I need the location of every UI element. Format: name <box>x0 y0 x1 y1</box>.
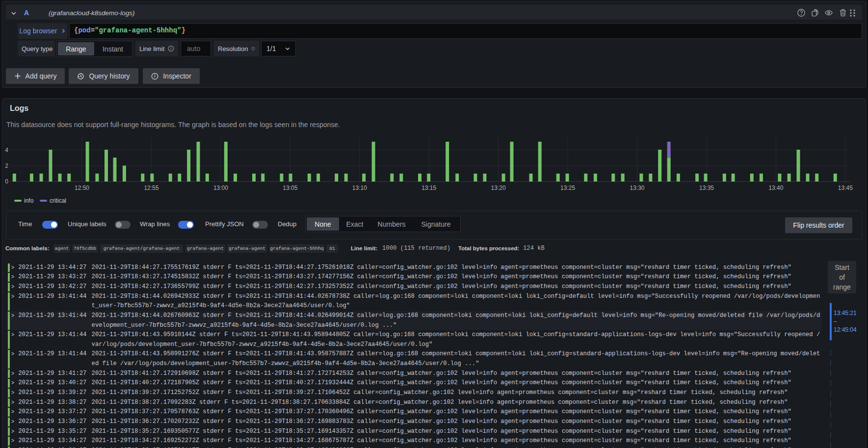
svg-text:13:45: 13:45 <box>838 184 853 191</box>
svg-text:13:35: 13:35 <box>699 184 714 191</box>
svg-text:12:55: 12:55 <box>144 184 158 191</box>
svg-text:13:30: 13:30 <box>630 184 644 191</box>
svg-text:13:15: 13:15 <box>421 184 436 191</box>
svg-text:13:40: 13:40 <box>768 184 783 191</box>
svg-text:13:00: 13:00 <box>213 184 228 191</box>
svg-text:13:10: 13:10 <box>352 184 367 191</box>
svg-text:13:25: 13:25 <box>560 184 575 191</box>
svg-text:13:20: 13:20 <box>491 184 506 191</box>
svg-text:0: 0 <box>5 178 8 185</box>
svg-text:13:05: 13:05 <box>283 184 297 191</box>
svg-text:2: 2 <box>5 162 8 169</box>
svg-text:12:50: 12:50 <box>75 184 89 191</box>
svg-text:4: 4 <box>5 147 8 154</box>
